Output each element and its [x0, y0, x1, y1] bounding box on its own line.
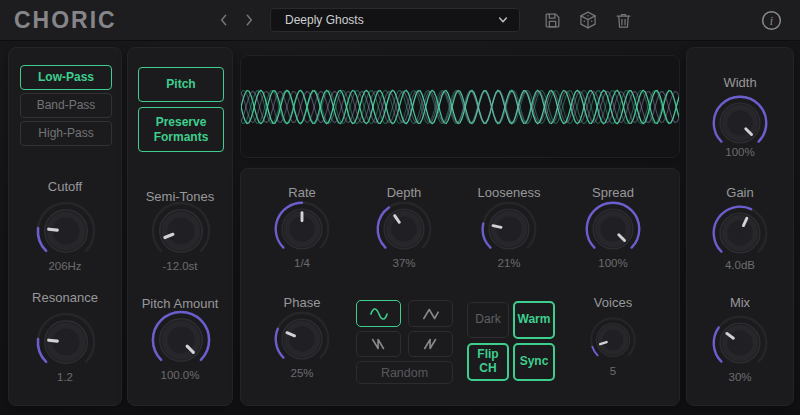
pitch-amount-value: 100.0% — [128, 369, 232, 381]
info-button[interactable]: i — [758, 7, 784, 33]
gain-value: 4.0dB — [687, 259, 793, 271]
delete-preset-button[interactable] — [610, 7, 636, 33]
cutoff-label: Cutoff — [9, 179, 121, 194]
waveform-display — [240, 55, 680, 158]
wave-shape-saw-up-button[interactable] — [408, 331, 453, 357]
gain-knob[interactable] — [711, 204, 769, 262]
voices-label: Voices — [563, 295, 663, 310]
wave-shape-saw-down-button[interactable] — [356, 331, 401, 357]
filter-mode-label: High-Pass — [38, 126, 93, 140]
next-preset-button[interactable] — [236, 7, 262, 33]
chevron-right-icon — [241, 12, 257, 28]
random-label: Random — [381, 366, 428, 380]
looseness-value: 21% — [459, 257, 559, 269]
pitch-panel: Pitch Preserve Formants Semi-Tones -12.0… — [127, 47, 233, 406]
depth-label: Depth — [354, 185, 454, 200]
random-wave-button[interactable]: Random — [356, 361, 453, 384]
preserve-formants-button[interactable]: Preserve Formants — [138, 107, 224, 152]
filter-mode-label: Band-Pass — [37, 98, 96, 112]
semitones-knob[interactable] — [150, 200, 212, 262]
cutoff-knob[interactable] — [35, 200, 97, 262]
pitch-amount-knob[interactable] — [150, 309, 212, 371]
voices-value: 5 — [563, 365, 663, 377]
saw-down-wave-icon — [367, 335, 391, 353]
filter-mode-high-pass-button[interactable]: High-Pass — [20, 121, 112, 146]
resonance-label: Resonance — [9, 290, 121, 305]
width-knob[interactable] — [711, 94, 769, 152]
flip-ch-label: Flip CH — [477, 348, 498, 376]
resonance-value: 1.2 — [9, 371, 121, 383]
depth-knob[interactable] — [375, 200, 433, 258]
randomize-preset-button[interactable] — [575, 7, 601, 33]
chevron-left-icon — [216, 12, 232, 28]
pitch-toggle-button[interactable]: Pitch — [138, 67, 224, 102]
phase-label: Phase — [252, 295, 352, 310]
trash-icon — [614, 11, 633, 30]
rate-label: Rate — [252, 185, 352, 200]
wave-shape-triangle-button[interactable] — [408, 300, 453, 327]
spread-knob[interactable] — [584, 200, 642, 258]
save-icon — [543, 11, 562, 30]
filter-mode-low-pass-button[interactable]: Low-Pass — [20, 65, 112, 90]
saw-up-wave-icon — [419, 335, 443, 353]
warm-toggle-button[interactable]: Warm — [513, 301, 555, 339]
preset-name: Deeply Ghosts — [285, 13, 364, 27]
top-bar: CHORIC Deeply Ghosts — [0, 0, 800, 41]
mix-value: 30% — [687, 371, 793, 383]
phase-value: 25% — [252, 367, 352, 379]
mix-label: Mix — [687, 295, 793, 310]
triangle-wave-icon — [419, 305, 443, 323]
dark-toggle-button[interactable]: Dark — [467, 302, 509, 338]
cutoff-value: 206Hz — [9, 260, 121, 272]
sync-label: Sync — [520, 355, 549, 369]
prev-preset-button[interactable] — [211, 7, 237, 33]
filter-mode-label: Low-Pass — [38, 70, 94, 84]
semitones-value: -12.0st — [128, 260, 232, 272]
wave-shape-sine-button[interactable] — [356, 300, 401, 327]
save-preset-button[interactable] — [539, 7, 565, 33]
width-value: 100% — [687, 146, 793, 158]
resonance-knob[interactable] — [35, 311, 97, 373]
chevron-down-icon — [497, 14, 509, 26]
info-icon: i — [760, 9, 783, 32]
filter-panel: Low-Pass Band-Pass High-Pass Cutoff 206H… — [8, 47, 122, 406]
rate-knob[interactable] — [273, 200, 331, 258]
sine-wave-icon — [367, 305, 391, 323]
pitch-toggle-label: Pitch — [166, 77, 195, 91]
chorus-waveform-visualization — [241, 56, 679, 157]
depth-value: 37% — [354, 257, 454, 269]
voices-knob[interactable] — [589, 316, 637, 364]
output-panel: Width 100% Gain 4.0dB Mix 30% — [686, 47, 794, 406]
modulation-panel: Rate 1/4 Depth 37% Looseness 21% Spread … — [240, 168, 680, 406]
warm-label: Warm — [518, 313, 551, 327]
plugin-window: CHORIC Deeply Ghosts — [0, 0, 800, 415]
phase-knob[interactable] — [273, 310, 331, 368]
gain-label: Gain — [687, 185, 793, 200]
mix-knob[interactable] — [711, 314, 769, 372]
preserve-formants-label: Preserve Formants — [154, 115, 209, 144]
dice-icon — [578, 10, 598, 30]
rate-value: 1/4 — [252, 257, 352, 269]
width-label: Width — [687, 75, 793, 90]
app-logo: CHORIC — [14, 0, 117, 40]
dark-label: Dark — [475, 313, 500, 327]
flip-ch-toggle-button[interactable]: Flip CH — [467, 343, 509, 381]
looseness-label: Looseness — [459, 185, 559, 200]
svg-text:i: i — [769, 13, 772, 27]
filter-mode-band-pass-button[interactable]: Band-Pass — [20, 93, 112, 118]
looseness-knob[interactable] — [480, 200, 538, 258]
spread-label: Spread — [563, 185, 663, 200]
preset-selector[interactable]: Deeply Ghosts — [270, 8, 520, 32]
sync-toggle-button[interactable]: Sync — [513, 343, 555, 381]
spread-value: 100% — [563, 257, 663, 269]
